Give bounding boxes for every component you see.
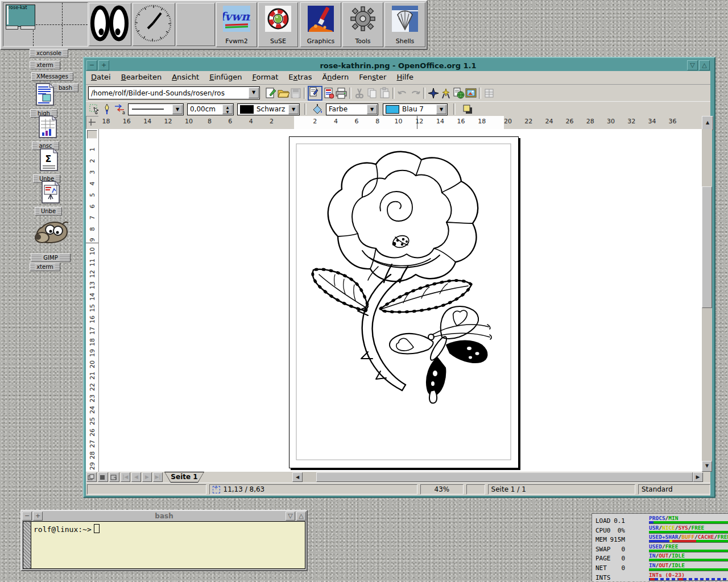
- chevron-down-icon[interactable]: ▼: [367, 105, 377, 114]
- menu-item-hilfe[interactable]: Hilfe: [391, 72, 419, 83]
- page-tab-seite-1[interactable]: Seite 1: [164, 472, 204, 483]
- menu-item-fenster[interactable]: Fenster: [354, 72, 391, 83]
- desktop-icon-xterm[interactable]: xterm: [30, 61, 60, 69]
- menu-item-bearbeiten[interactable]: Bearbeiten: [116, 72, 167, 83]
- terminal-titlebar[interactable]: − + bash ▽ △: [22, 511, 307, 521]
- desktop-icon-impress-doc[interactable]: Unbe: [42, 181, 62, 215]
- menu-item-ndern[interactable]: Ändern: [317, 72, 354, 83]
- spinner-arrows-icon[interactable]: ▲▼: [222, 105, 233, 114]
- page-view-button[interactable]: [86, 472, 97, 482]
- desktop-icon-writer-doc[interactable]: high: [36, 83, 57, 118]
- navigator-icon[interactable]: [427, 87, 440, 99]
- line-width-spinner[interactable]: 0,00cm ▲▼: [187, 103, 234, 115]
- edit-file-icon[interactable]: [264, 87, 277, 99]
- titlebar[interactable]: − + rose-kathrin.png - OpenOffice.org 1.…: [86, 60, 710, 71]
- gallery-icon[interactable]: [465, 87, 477, 99]
- empty-launcher-button[interactable]: [176, 3, 215, 46]
- save-document-icon[interactable]: [289, 87, 302, 99]
- desktop-icon-math-doc[interactable]: Σ Unbe: [40, 148, 60, 183]
- pager-mini-icon[interactable]: [6, 26, 18, 30]
- copy-icon[interactable]: [366, 87, 378, 99]
- menu-item-datei[interactable]: Datei: [86, 72, 116, 83]
- chevron-down-icon[interactable]: ▼: [288, 105, 299, 114]
- desktop-icon-xconsole[interactable]: xconsole: [30, 49, 68, 57]
- window-menu-button[interactable]: −: [86, 60, 97, 70]
- scroll-left-button[interactable]: ◀: [292, 472, 303, 482]
- drawing-canvas[interactable]: [99, 129, 702, 472]
- fill-color-select[interactable]: Blau 7 ▼: [383, 103, 448, 115]
- vertical-scrollbar[interactable]: ▼: [702, 129, 712, 472]
- desktop-icon-calc-doc[interactable]: ansc: [39, 115, 59, 150]
- last-page-button[interactable]: ▶|: [153, 472, 163, 482]
- taskbar-button-tools[interactable]: Tools: [342, 2, 383, 47]
- layer-view-button[interactable]: [109, 472, 119, 482]
- taskbar-button-suse[interactable]: SuSE: [258, 2, 298, 47]
- terminal-body[interactable]: rolf@linux:~>: [23, 521, 305, 569]
- desktop-icon-xmessages[interactable]: XMessages: [31, 72, 73, 81]
- terminal-iconify-button[interactable]: ▽: [286, 512, 295, 521]
- first-page-button[interactable]: |◀: [121, 472, 130, 482]
- next-page-button[interactable]: ▶: [142, 472, 152, 482]
- status-style-field[interactable]: Standard: [638, 484, 710, 494]
- menu-item-ansicht[interactable]: Ansicht: [167, 72, 204, 83]
- terminal-maximize-button[interactable]: △: [296, 512, 306, 521]
- menu-item-extras[interactable]: Extras: [283, 72, 317, 83]
- scroll-right-button[interactable]: ▶: [693, 472, 703, 482]
- horizontal-ruler[interactable]: 1816141210864224681012141618202224262830…: [98, 116, 702, 130]
- fvwm-pager[interactable]: rose-kat: [3, 2, 88, 47]
- line-style-select[interactable]: ▼: [128, 103, 184, 115]
- ruler-origin-box[interactable]: [86, 116, 100, 130]
- status-zoom-field[interactable]: 43%: [420, 484, 463, 494]
- chevron-down-icon[interactable]: ▼: [172, 105, 183, 114]
- fill-type-select[interactable]: Farbe ▼: [326, 103, 378, 115]
- terminal-scrollbar[interactable]: [23, 522, 31, 568]
- datasources-icon[interactable]: [483, 87, 495, 99]
- zoom-icon[interactable]: [440, 87, 452, 99]
- export-pdf-icon[interactable]: [322, 87, 335, 99]
- taskbar-button-fvwm2[interactable]: fvwm Fvwm2: [216, 2, 257, 47]
- edit-points-icon[interactable]: [101, 103, 113, 115]
- terminal-menu-button[interactable]: −: [22, 512, 32, 521]
- vertical-scrollbar-thumb[interactable]: [702, 186, 712, 308]
- pager-mini-icon[interactable]: [20, 26, 35, 30]
- select-icon[interactable]: [88, 103, 101, 115]
- fill-style-icon[interactable]: [311, 103, 324, 115]
- desktop-icon-xterm-2[interactable]: xterm: [30, 263, 60, 271]
- menu-item-einfgen[interactable]: Einfügen: [204, 72, 247, 83]
- open-document-icon[interactable]: [277, 87, 289, 99]
- previous-page-button[interactable]: ◀: [131, 472, 141, 482]
- arrowheads-icon[interactable]: a: [113, 103, 126, 115]
- vertical-ruler[interactable]: 1234567891011121314151617181920212223242…: [86, 129, 99, 472]
- taskbar-button-graphics[interactable]: Graphics: [300, 2, 341, 47]
- redo-icon[interactable]: [409, 87, 421, 99]
- edit-mode-toggle[interactable]: [308, 86, 322, 101]
- chevron-down-icon[interactable]: ▼: [249, 88, 259, 98]
- xeyes-applet[interactable]: [89, 3, 131, 46]
- url-combobox[interactable]: /home/rolf/Bilder-und-Sounds/rosen/ros ▼: [88, 86, 260, 99]
- master-view-button[interactable]: [98, 472, 108, 482]
- print-icon[interactable]: [335, 87, 348, 99]
- line-color-select[interactable]: Schwarz ▼: [237, 103, 300, 115]
- paste-icon[interactable]: [378, 87, 391, 99]
- shadow-icon[interactable]: [461, 103, 474, 115]
- window-iconify-button[interactable]: ▽: [687, 60, 698, 70]
- chevron-down-icon[interactable]: ▼: [436, 105, 446, 114]
- scroll-down-button[interactable]: ▼: [702, 461, 712, 472]
- horizontal-scrollbar-thumb[interactable]: [316, 472, 693, 482]
- undo-icon[interactable]: [396, 87, 409, 99]
- scroll-up-button[interactable]: ▲: [702, 116, 713, 130]
- cut-icon[interactable]: [353, 87, 366, 99]
- menu-item-format[interactable]: Format: [247, 72, 284, 83]
- window-maximize-button[interactable]: △: [699, 60, 710, 70]
- terminal-maximize-left-button[interactable]: +: [33, 512, 43, 521]
- terminal-text-area[interactable]: rolf@linux:~>: [31, 522, 102, 568]
- taskbar-button-shells[interactable]: Shells: [384, 2, 425, 47]
- rose-clipart-image[interactable]: [289, 137, 517, 467]
- hyperlink-icon[interactable]: [452, 87, 465, 99]
- horizontal-scrollbar[interactable]: ◀: [292, 472, 704, 482]
- page[interactable]: [289, 136, 519, 468]
- pager-mini-window[interactable]: rose-kat: [6, 5, 35, 27]
- window-maximize-left-button[interactable]: +: [98, 60, 109, 70]
- clock-applet[interactable]: [133, 3, 175, 46]
- desktop-icon-gimp[interactable]: GIMP: [33, 217, 71, 262]
